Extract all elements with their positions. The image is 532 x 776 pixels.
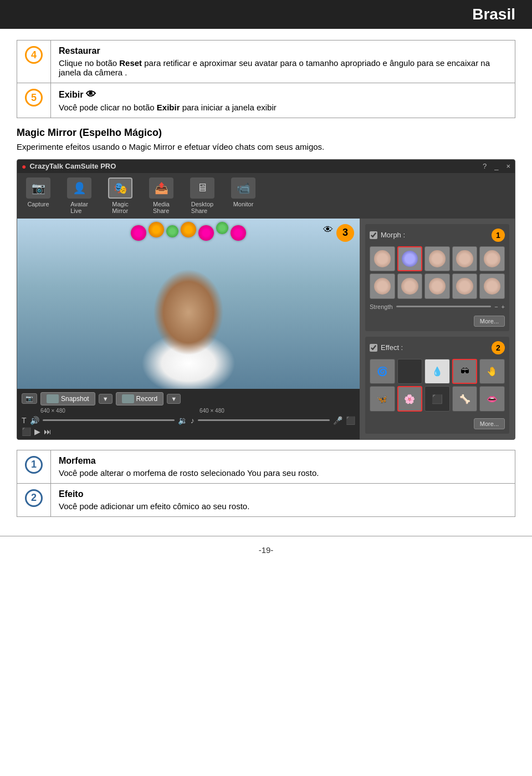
snapshot-row: 📷 Snapshot ▼ Record ▼ — [22, 392, 355, 405]
morph-section: Morph : 1 — [365, 224, 509, 331]
morph-thumb-3[interactable] — [424, 246, 450, 272]
record-size: 640 × 480 — [200, 408, 224, 414]
morph-thumb-7[interactable] — [397, 273, 423, 299]
main-area: 3 👁 📷 Snapshot ▼ Record — [17, 219, 515, 439]
capture-label: Capture — [27, 201, 49, 207]
effect-thumb-5[interactable]: 🤚 — [479, 359, 505, 384]
app-titlebar: ● CrazyTalk CamSuite PRO ? _ × — [17, 160, 515, 173]
flower-5 — [198, 225, 214, 241]
strength-label: Strength — [370, 303, 393, 310]
video-person — [17, 219, 360, 389]
morph-badge: 1 — [492, 229, 505, 242]
snapshot-dropdown[interactable]: ▼ — [99, 394, 112, 404]
effect-grid: 🌀 💧 🕶 🤚 🦋 🌸 ⬛ 🦴 👄 — [370, 359, 505, 412]
section-2-number: 2 — [25, 489, 43, 507]
section-2-title: Efeito — [59, 489, 507, 499]
snapshot-button[interactable]: Snapshot — [40, 392, 95, 405]
section-4-body: Clique no botão Reset para retificar e a… — [59, 58, 507, 77]
magic-mirror-icon: 🎭 — [108, 177, 132, 199]
morph-thumb-2[interactable] — [397, 246, 423, 272]
effect-header: Effect : 2 — [370, 341, 505, 354]
section-1-body: Você pode alterar o morfema de rosto sel… — [59, 468, 507, 478]
morph-thumb-6[interactable] — [370, 273, 395, 299]
morph-thumb-4[interactable] — [452, 246, 478, 272]
effect-thumb-7[interactable]: 🌸 — [397, 386, 423, 412]
mic-icon: 🎤 — [333, 416, 342, 425]
effect-more-button[interactable]: More... — [474, 418, 505, 429]
capture-icon: 📷 — [26, 177, 50, 199]
flower-2 — [149, 222, 164, 237]
record-label: Record — [136, 395, 158, 403]
footer: -19- — [0, 536, 532, 564]
section-1-content: Morfema Você pode alterar o morfema de r… — [51, 450, 515, 483]
section-4-number: 4 — [25, 46, 43, 64]
avatar-live-icon: 👤 — [67, 177, 91, 199]
morph-thumb-10[interactable] — [479, 273, 505, 299]
effect-thumb-3[interactable]: 💧 — [424, 359, 450, 384]
strength-slider[interactable] — [396, 306, 492, 307]
strength-minus: − — [494, 303, 498, 310]
skip-icon[interactable]: ⏭ — [44, 427, 52, 436]
middle-text-block: Magic Mirror (Espelho Mágico) Experiment… — [17, 127, 515, 154]
stop-icon: ⬛ — [22, 427, 31, 436]
record-button[interactable]: Record — [116, 392, 164, 405]
toolbar-desktop-share[interactable]: 🖥 DesktopShare — [190, 177, 214, 214]
flower-3 — [166, 225, 178, 237]
section-4-title: Restaurar — [59, 46, 507, 56]
magic-mirror-description: Experimente efeitos usando o Magic Mirro… — [17, 141, 515, 154]
magic-mirror-label: MagicMirror — [112, 201, 128, 214]
cam-toggle-button[interactable]: 📷 — [22, 393, 37, 404]
audio-row: T 🔊 🔉 ♪ 🎤 ⬛ — [22, 416, 355, 425]
desktop-share-label: DesktopShare — [191, 201, 213, 214]
effect-thumb-8[interactable]: ⬛ — [424, 386, 450, 412]
strength-row: Strength − + — [370, 303, 505, 310]
section-5-num-cell: 5 — [17, 83, 51, 118]
video-feed: 3 👁 — [17, 219, 360, 389]
close-button[interactable]: × — [506, 162, 510, 170]
effect-thumb-2[interactable] — [397, 359, 423, 384]
morph-header: Morph : 1 — [370, 229, 505, 242]
section-1-number: 1 — [25, 456, 43, 474]
snapshot-label: Snapshot — [61, 395, 89, 403]
section-5-number: 5 — [25, 89, 43, 106]
desktop-share-icon: 🖥 — [190, 177, 214, 199]
toolbar-media-share[interactable]: 📤 MediaShare — [149, 177, 173, 214]
section-1-num-cell: 1 — [17, 450, 51, 483]
morph-more-button[interactable]: More... — [474, 316, 505, 327]
toolbar-capture[interactable]: 📷 Capture — [26, 177, 50, 207]
volume-slider[interactable] — [43, 419, 175, 421]
page-title: Brasil — [472, 6, 515, 23]
monitor-icon: 📹 — [231, 177, 255, 199]
effect-thumb-10[interactable]: 👄 — [479, 386, 505, 412]
toolbar-monitor[interactable]: 📹 Monitor — [231, 177, 255, 207]
morph-thumb-5[interactable] — [479, 246, 505, 272]
record-dropdown[interactable]: ▼ — [167, 394, 181, 404]
monitor-label: Monitor — [233, 201, 254, 207]
play-icon[interactable]: ▶ — [34, 427, 40, 436]
toolbar-magic-mirror[interactable]: 🎭 MagicMirror — [108, 177, 132, 214]
toolbar: 📷 Capture 👤 AvatarLive 🎭 MagicMirror 📤 M… — [17, 173, 515, 219]
morph-thumb-8[interactable] — [424, 273, 450, 299]
flower-4 — [181, 222, 196, 237]
morph-checkbox[interactable] — [370, 231, 377, 239]
effect-checkbox[interactable] — [370, 344, 377, 352]
music-slider[interactable] — [198, 419, 330, 421]
effect-thumb-6[interactable]: 🦋 — [370, 386, 395, 412]
effect-thumb-4[interactable]: 🕶 — [452, 359, 478, 384]
page-header: Brasil — [0, 0, 532, 29]
flower-7 — [231, 225, 246, 241]
music-icon: ♪ — [191, 416, 195, 425]
minimize-button[interactable]: _ — [494, 162, 498, 170]
effect-thumb-1[interactable]: 🌀 — [370, 359, 395, 384]
morph-thumb-9[interactable] — [452, 273, 478, 299]
right-panel: Morph : 1 — [360, 219, 515, 439]
section-4-table: 4 Restaurar Clique no botão Reset para r… — [17, 40, 515, 118]
toolbar-avatar-live[interactable]: 👤 AvatarLive — [67, 177, 91, 214]
effect-badge: 2 — [492, 341, 505, 354]
help-button[interactable]: ? — [483, 162, 487, 170]
effect-thumb-9[interactable]: 🦴 — [452, 386, 478, 412]
morph-thumb-1[interactable] — [370, 246, 395, 272]
app-brand: CrazyTalk CamSuite PRO — [29, 162, 116, 170]
section-1-title: Morfema — [59, 456, 507, 466]
text-icon: T — [22, 416, 27, 425]
